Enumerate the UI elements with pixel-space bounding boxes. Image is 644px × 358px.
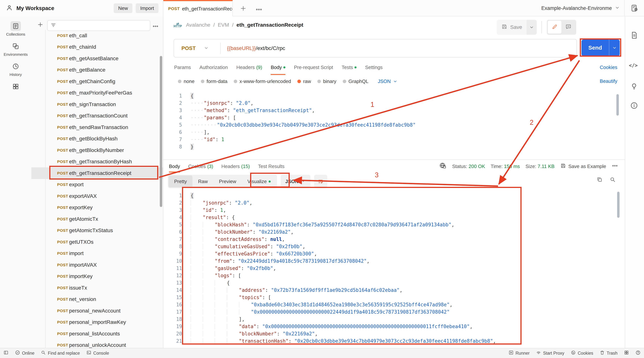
sidebar-request-import[interactable]: POST import bbox=[31, 248, 163, 259]
send-options-icon[interactable] bbox=[609, 45, 620, 50]
sidebar-request-issueTx[interactable]: POST issueTx bbox=[31, 282, 163, 294]
environment-quick-look-icon[interactable] bbox=[630, 4, 639, 13]
save-button[interactable]: Save bbox=[497, 20, 526, 35]
footer-cookies[interactable]: Cookies bbox=[571, 350, 593, 356]
sidebar-request-export[interactable]: POST export bbox=[31, 179, 163, 190]
view-tab-pretty[interactable]: Pretty bbox=[168, 176, 192, 187]
chevron-down-icon[interactable] bbox=[204, 45, 209, 51]
tab-options-icon[interactable] bbox=[255, 6, 262, 14]
tab-settings[interactable]: Settings bbox=[365, 60, 383, 75]
workspace-title[interactable]: My Workspace bbox=[16, 5, 54, 11]
footer-trash[interactable]: Trash bbox=[600, 350, 618, 356]
view-tab-visualize[interactable]: Visualize bbox=[242, 176, 276, 187]
sidebar-filter-input[interactable] bbox=[47, 20, 150, 31]
sidebar-item-more[interactable] bbox=[0, 82, 31, 91]
request-tab[interactable]: POST eth_getTransactionRece bbox=[163, 0, 233, 16]
sidebar-request-eth_getBalance[interactable]: POST eth_getBalance bbox=[31, 64, 163, 76]
sidebar-more-icon[interactable] bbox=[152, 23, 159, 30]
body-mode-GraphQL[interactable]: GraphQL bbox=[343, 78, 368, 84]
panel-grid-icon[interactable] bbox=[624, 350, 629, 356]
sidebar-request-exportKey[interactable]: POST exportKey bbox=[31, 202, 163, 213]
sidebar-request-eth_getChainConfig[interactable]: POST eth_getChainConfig bbox=[31, 76, 163, 87]
documentation-icon[interactable] bbox=[630, 31, 638, 40]
response-language-select[interactable]: JSON bbox=[281, 175, 310, 188]
environment-selector[interactable]: Example-Avalanche-Environme bbox=[541, 5, 620, 12]
tab-body[interactable]: Body bbox=[271, 60, 285, 75]
sidebar-request-importAVAX[interactable]: POST importAVAX bbox=[31, 259, 163, 271]
sidebar-request-eth_signTransaction[interactable]: POST eth_signTransaction bbox=[31, 99, 163, 110]
copy-icon[interactable] bbox=[596, 177, 603, 183]
response-tab-cookies[interactable]: Cookies (3) bbox=[188, 160, 213, 173]
tab-authorization[interactable]: Authorization bbox=[200, 60, 228, 75]
body-mode-x-www-form-urlencoded[interactable]: x-www-form-urlencoded bbox=[234, 78, 291, 84]
panel-toggle-icon[interactable] bbox=[3, 350, 8, 356]
view-tab-preview[interactable]: Preview bbox=[213, 176, 242, 187]
body-mode-raw[interactable]: raw bbox=[297, 78, 311, 84]
response-tab-test-results[interactable]: Test Results bbox=[258, 160, 285, 173]
sidebar-item-collections[interactable]: Collections bbox=[0, 21, 31, 36]
sidebar-request-eth_getBlockByNumber[interactable]: POST eth_getBlockByNumber bbox=[31, 145, 163, 156]
request-body-editor[interactable]: 1{2····"jsonrpc": "2.0",3····"method": "… bbox=[163, 88, 625, 160]
edit-mode-button[interactable] bbox=[548, 21, 562, 34]
tab-pre-request-script[interactable]: Pre-request Script bbox=[294, 60, 333, 75]
sidebar-request-personal_newAccount[interactable]: POST personal_newAccount bbox=[31, 305, 163, 317]
sidebar-request-personal_importRawKey[interactable]: POST personal_importRawKey bbox=[31, 317, 163, 328]
footer-start-proxy[interactable]: Start Proxy bbox=[536, 350, 564, 356]
wrap-lines-button[interactable] bbox=[314, 175, 327, 188]
help-icon[interactable] bbox=[636, 350, 641, 356]
sidebar-request-eth_getTransactionCount[interactable]: POST eth_getTransactionCount bbox=[31, 110, 163, 122]
response-tab-headers[interactable]: Headers (15) bbox=[222, 160, 250, 173]
request-language-select[interactable]: JSON bbox=[378, 78, 398, 84]
add-tab-button[interactable] bbox=[240, 5, 247, 13]
footer-online[interactable]: Online bbox=[15, 350, 34, 356]
save-as-example-button[interactable]: Save as Example bbox=[560, 163, 606, 170]
search-response-icon[interactable] bbox=[610, 177, 616, 183]
sidebar-request-eth_getBlockByHash[interactable]: POST eth_getBlockByHash bbox=[31, 133, 163, 145]
sidebar-request-eth_sendRawTransaction[interactable]: POST eth_sendRawTransaction bbox=[31, 122, 163, 133]
sidebar-request-eth_call[interactable]: POST eth_call bbox=[31, 30, 163, 41]
response-body-viewer[interactable]: 1{2 "jsonrpc": "2.0",3 "id": 1,4 "result… bbox=[163, 189, 625, 348]
save-options-button[interactable] bbox=[526, 20, 537, 35]
breadcrumb-request[interactable]: eth_getTransactionReceipt bbox=[236, 22, 303, 28]
sidebar-request-net_version[interactable]: POST net_version bbox=[31, 294, 163, 305]
sidebar-request-eth_getAssetBalance[interactable]: POST eth_getAssetBalance bbox=[31, 53, 163, 64]
globe-lock-icon[interactable] bbox=[439, 162, 446, 171]
sidebar-request-importKey[interactable]: POST importKey bbox=[31, 271, 163, 282]
sidebar-request-eth_getTransactionByHash[interactable]: POST eth_getTransactionByHash bbox=[31, 156, 163, 168]
sidebar-request-eth_maxPriorityFeePerGas[interactable]: POST eth_maxPriorityFeePerGas bbox=[31, 87, 163, 99]
sidebar-request-exportAVAX[interactable]: POST exportAVAX bbox=[31, 190, 163, 202]
beautify-link[interactable]: Beautify bbox=[600, 78, 617, 84]
comments-button[interactable] bbox=[562, 21, 575, 34]
import-button[interactable]: Import bbox=[136, 3, 158, 13]
sidebar-item-history[interactable]: History bbox=[0, 61, 31, 77]
body-mode-form-data[interactable]: form-data bbox=[201, 78, 227, 84]
sidebar-request-getAtomicTx[interactable]: POST getAtomicTx bbox=[31, 213, 163, 225]
new-button[interactable]: New bbox=[114, 3, 132, 13]
breadcrumb-folder[interactable]: EVM bbox=[218, 22, 229, 28]
breadcrumb-collection[interactable]: Avalanche bbox=[186, 22, 210, 28]
url-path[interactable]: /ext/bc/C/rpc bbox=[256, 45, 285, 51]
sidebar-request-eth_getTransactionReceipt[interactable]: POST eth_getTransactionReceipt bbox=[31, 168, 163, 179]
lightbulb-icon[interactable] bbox=[630, 82, 638, 91]
sidebar-item-environments[interactable]: Environments bbox=[0, 41, 31, 57]
tab-params[interactable]: Params bbox=[174, 60, 191, 75]
request-editor-scrollbar[interactable] bbox=[616, 94, 619, 116]
sidebar-request-personal_listAccounts[interactable]: POST personal_listAccounts bbox=[31, 328, 163, 340]
add-request-button[interactable] bbox=[37, 21, 44, 29]
footer-find-and-replace[interactable]: Find and replace bbox=[41, 350, 80, 356]
sidebar-request-getUTXOs[interactable]: POST getUTXOs bbox=[31, 236, 163, 248]
method-select[interactable]: POST bbox=[182, 45, 196, 51]
response-more-icon[interactable] bbox=[612, 163, 618, 170]
tab-tests[interactable]: Tests bbox=[342, 60, 356, 75]
sidebar-request-eth_chainId[interactable]: POST eth_chainId bbox=[31, 41, 163, 53]
send-button[interactable]: Send bbox=[582, 39, 620, 56]
sidebar-request-personal_unlockAccount[interactable]: POST personal_unlockAccount bbox=[31, 340, 163, 348]
url-variable[interactable]: {{baseURL}} bbox=[227, 45, 256, 51]
code-snippet-icon[interactable]: </> bbox=[629, 63, 638, 68]
view-tab-raw[interactable]: Raw bbox=[192, 176, 213, 187]
footer-runner[interactable]: Runner bbox=[508, 350, 530, 356]
info-icon[interactable] bbox=[630, 101, 638, 110]
tab-headers[interactable]: Headers (9) bbox=[236, 60, 262, 75]
user-icon[interactable] bbox=[6, 4, 13, 12]
body-mode-binary[interactable]: binary bbox=[317, 78, 336, 84]
